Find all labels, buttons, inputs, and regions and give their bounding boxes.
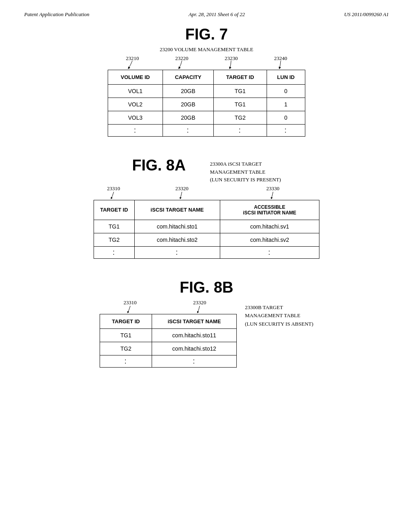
fig8a-ref-23320: 23320: [175, 185, 189, 192]
fig7-ellipsis-1: :: [108, 125, 163, 137]
header-right: US 2011/0099260 A1: [344, 11, 389, 18]
fig8b-table-sublabel2: (LUN SECURITY IS ABSENT): [245, 321, 313, 327]
fig8a-table-sublabel: MANAGEMENT TABLE: [210, 169, 265, 175]
table-row: TG2 com.hitachi.sto2 com.hitachi.sv2: [94, 233, 319, 246]
table-row: TG1 com.hitachi.sto11: [100, 328, 237, 342]
page-header: Patent Application Publication Apr. 28, …: [0, 0, 413, 18]
fig7-r3-lun-id: 0: [267, 111, 305, 125]
table-row-ellipsis: : : : :: [108, 125, 305, 137]
header-left: Patent Application Publication: [24, 11, 90, 18]
fig7-r2-target-id: TG1: [214, 98, 267, 111]
fig8b-r2-iscsi-name: com.hitachi.sto12: [152, 342, 237, 355]
fig8b-section: FIG. 8B 23310 23320: [32, 279, 381, 368]
fig7-ellipsis-2: :: [163, 125, 213, 137]
fig8a-r2-iscsi-name: com.hitachi.sto2: [134, 233, 220, 246]
fig8b-ref-23320: 23320: [193, 299, 206, 306]
fig7-r3-capacity: 20GB: [163, 111, 213, 125]
fig8b-r2-target-id: TG2: [100, 342, 152, 355]
table-row: VOL1 20GB TG1 0: [108, 85, 305, 98]
header-center: Apr. 28, 2011 Sheet 6 of 22: [188, 11, 245, 18]
fig8a-section: FIG. 8A 23300A iSCSI TARGET MANAGEMENT T…: [32, 157, 381, 259]
table-row: VOL2 20GB TG1 1: [108, 98, 305, 111]
fig7-r1-vol-id: VOL1: [108, 85, 163, 98]
fig8a-ellipsis-1: :: [94, 246, 135, 258]
fig7-r2-lun-id: 1: [267, 98, 305, 111]
fig7-table: VOLUME ID CAPACITY TARGET ID LUN ID VOL1…: [108, 70, 305, 137]
fig7-table-label: 23200 VOLUME MANAGEMENT TABLE: [108, 46, 305, 53]
fig8a-table: TARGET ID iSCSI TARGET NAME ACCESSIBLEiS…: [94, 200, 319, 259]
fig7-ellipsis-3: :: [214, 125, 267, 137]
fig7-col-lun-id: LUN ID: [267, 70, 305, 85]
fig8b-table: TARGET ID iSCSI TARGET NAME TG1 com.hita…: [100, 314, 237, 368]
fig7-col-capacity: CAPACITY: [163, 70, 213, 85]
fig7-title: FIG. 7: [108, 26, 305, 43]
fig8a-table-sublabel2: (LUN SECURITY IS PRESENT): [210, 177, 281, 183]
fig7-r3-target-id: TG2: [214, 111, 267, 125]
fig8b-col-target-id: TARGET ID: [100, 314, 152, 328]
fig8a-title: FIG. 8A: [132, 157, 186, 174]
fig8a-r1-accessible: com.hitachi.sv1: [220, 220, 319, 233]
fig7-ellipsis-4: :: [267, 125, 305, 137]
fig7-col-target-id: TARGET ID: [214, 70, 267, 85]
fig7-section: FIG. 7 23200 VOLUME MANAGEMENT TABLE 232…: [32, 26, 381, 137]
fig8a-ref-23330: 23330: [266, 185, 280, 192]
fig8b-ellipsis-2: :: [152, 355, 237, 367]
table-row-ellipsis: : : :: [94, 246, 319, 258]
fig7-r2-vol-id: VOL2: [108, 98, 163, 111]
fig8b-col-iscsi-target-name: iSCSI TARGET NAME: [152, 314, 237, 328]
table-row: VOL3 20GB TG2 0: [108, 111, 305, 125]
fig7-col-volume-id: VOLUME ID: [108, 70, 163, 85]
fig8b-table-label: 23300B TARGET: [245, 304, 283, 310]
fig7-r1-target-id: TG1: [214, 85, 267, 98]
table-row: TG1 com.hitachi.sto1 com.hitachi.sv1: [94, 220, 319, 233]
fig8a-col-accessible: ACCESSIBLEiSCSI INITIATOR NAME: [220, 200, 319, 220]
fig8a-r2-target-id: TG2: [94, 233, 135, 246]
fig8b-r1-iscsi-name: com.hitachi.sto11: [152, 328, 237, 342]
fig8a-col-target-id: TARGET ID: [94, 200, 135, 220]
fig8a-table-label: 23300A iSCSI TARGET: [210, 161, 262, 167]
fig8b-title: FIG. 8B: [94, 279, 319, 296]
fig8a-col-iscsi-target-name: iSCSI TARGET NAME: [134, 200, 220, 220]
table-row-ellipsis: : :: [100, 355, 237, 367]
fig8a-r1-target-id: TG1: [94, 220, 135, 233]
fig8a-ref-23310: 23310: [107, 185, 120, 192]
table-row: TG2 com.hitachi.sto12: [100, 342, 237, 355]
fig7-r1-lun-id: 0: [267, 85, 305, 98]
fig8b-ellipsis-1: :: [100, 355, 152, 367]
fig8a-r1-iscsi-name: com.hitachi.sto1: [134, 220, 220, 233]
fig8b-ref-23310: 23310: [123, 299, 137, 306]
fig8a-r2-accessible: com.hitachi.sv2: [220, 233, 319, 246]
fig7-r1-capacity: 20GB: [163, 85, 213, 98]
fig8b-r1-target-id: TG1: [100, 328, 152, 342]
fig7-r3-vol-id: VOL3: [108, 111, 163, 125]
fig8a-ellipsis-2: :: [134, 246, 220, 258]
fig8b-table-sublabel: MANAGEMENT TABLE: [245, 312, 300, 318]
fig7-r2-capacity: 20GB: [163, 98, 213, 111]
fig8a-ellipsis-3: :: [220, 246, 319, 258]
